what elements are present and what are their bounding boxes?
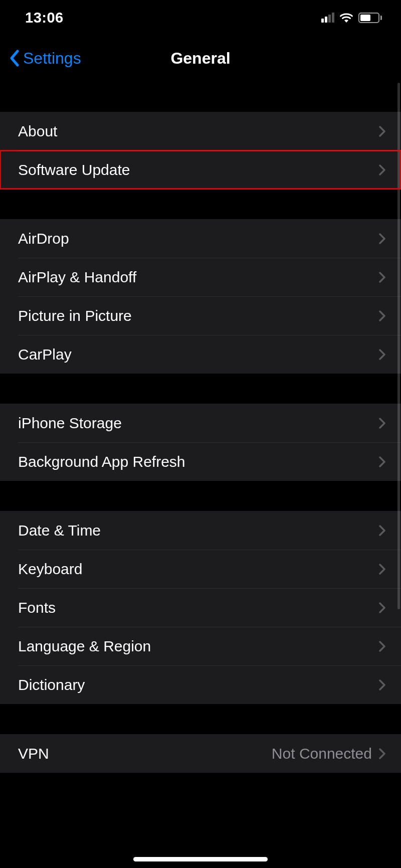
row-airplay-handoff[interactable]: AirPlay & Handoff	[0, 258, 401, 296]
chevron-right-icon	[379, 679, 386, 691]
row-software-update[interactable]: Software Update	[0, 150, 401, 189]
settings-group: AirDropAirPlay & HandoffPicture in Pictu…	[0, 219, 401, 374]
status-time: 13:06	[25, 10, 64, 26]
chevron-right-icon	[379, 456, 386, 468]
chevron-right-icon	[379, 125, 386, 137]
row-vpn[interactable]: VPNNot Connected	[0, 734, 401, 773]
nav-bar: Settings General	[0, 35, 401, 81]
row-picture-in-picture[interactable]: Picture in Picture	[0, 296, 401, 335]
row-airdrop[interactable]: AirDrop	[0, 219, 401, 258]
battery-icon	[358, 13, 382, 23]
settings-group: Date & TimeKeyboardFontsLanguage & Regio…	[0, 511, 401, 704]
back-label: Settings	[23, 49, 81, 68]
row-label: Keyboard	[18, 561, 379, 578]
group-spacer	[0, 189, 401, 219]
chevron-right-icon	[379, 602, 386, 614]
row-language-region[interactable]: Language & Region	[0, 627, 401, 665]
row-dictionary[interactable]: Dictionary	[0, 665, 401, 704]
chevron-right-icon	[379, 640, 386, 652]
row-about[interactable]: About	[0, 112, 401, 150]
group-spacer	[0, 82, 401, 112]
chevron-right-icon	[379, 525, 386, 537]
settings-group: AboutSoftware Update	[0, 112, 401, 189]
row-detail: Not Connected	[272, 745, 372, 762]
row-carplay[interactable]: CarPlay	[0, 335, 401, 374]
chevron-right-icon	[379, 417, 386, 429]
group-spacer	[0, 704, 401, 734]
row-label: iPhone Storage	[18, 415, 379, 432]
row-label: Date & Time	[18, 522, 379, 539]
chevron-right-icon	[379, 310, 386, 322]
chevron-left-icon	[9, 49, 20, 67]
row-label: AirDrop	[18, 230, 379, 247]
row-fonts[interactable]: Fonts	[0, 588, 401, 627]
status-icons	[321, 12, 382, 23]
row-date-time[interactable]: Date & Time	[0, 511, 401, 550]
row-label: CarPlay	[18, 346, 379, 363]
row-label: Picture in Picture	[18, 307, 379, 324]
page-title: General	[170, 49, 230, 68]
chevron-right-icon	[379, 164, 386, 176]
wifi-icon	[339, 12, 354, 23]
row-keyboard[interactable]: Keyboard	[0, 550, 401, 588]
back-button[interactable]: Settings	[9, 49, 81, 68]
row-label: Dictionary	[18, 676, 379, 693]
row-label: VPN	[18, 745, 272, 762]
row-label: Background App Refresh	[18, 453, 379, 470]
group-spacer	[0, 481, 401, 511]
settings-content: AboutSoftware UpdateAirDropAirPlay & Han…	[0, 82, 401, 773]
chevron-right-icon	[379, 349, 386, 361]
cellular-icon	[321, 13, 334, 23]
row-label: Language & Region	[18, 638, 379, 655]
chevron-right-icon	[379, 271, 386, 283]
chevron-right-icon	[379, 563, 386, 575]
settings-group: iPhone StorageBackground App Refresh	[0, 404, 401, 481]
chevron-right-icon	[379, 748, 386, 760]
row-iphone-storage[interactable]: iPhone Storage	[0, 404, 401, 442]
chevron-right-icon	[379, 233, 386, 245]
settings-group: VPNNot Connected	[0, 734, 401, 773]
row-label: About	[18, 123, 379, 140]
row-label: Software Update	[18, 161, 379, 179]
row-label: Fonts	[18, 599, 379, 616]
row-label: AirPlay & Handoff	[18, 269, 379, 286]
group-spacer	[0, 374, 401, 404]
status-bar: 13:06	[0, 0, 401, 35]
row-background-app-refresh[interactable]: Background App Refresh	[0, 442, 401, 481]
home-indicator[interactable]	[133, 857, 268, 861]
